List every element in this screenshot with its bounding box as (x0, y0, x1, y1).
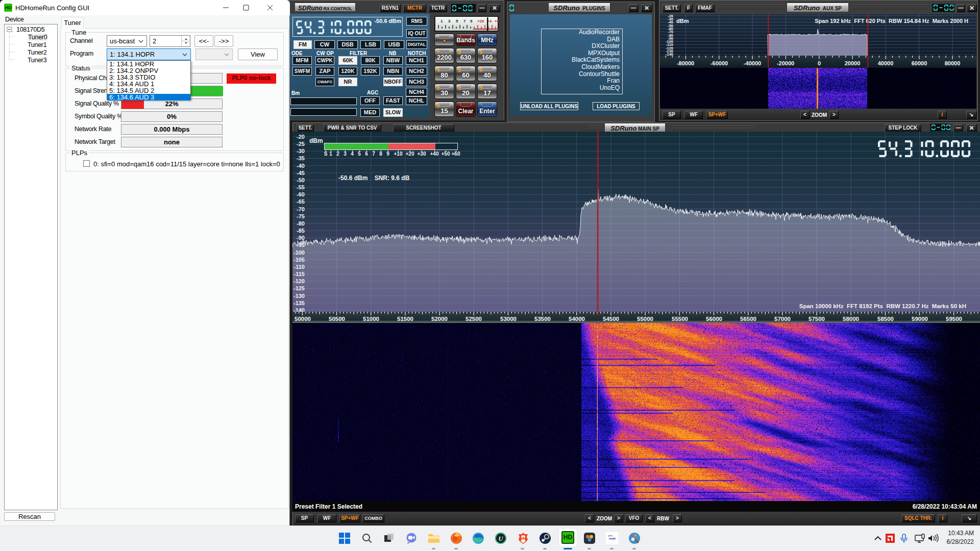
svg-text:3: 3 (448, 19, 451, 23)
svg-text:-80: -80 (297, 220, 305, 227)
svg-text:Span 10000 kHz FFT 8192 Pts: Span 10000 kHz FFT 8192 Pts RBW 1220.7 H… (799, 303, 966, 309)
svg-text:-115: -115 (294, 271, 305, 277)
svg-text:-60: -60 (297, 191, 305, 197)
svg-text:-135: -135 (293, 300, 305, 306)
svg-text:52500: 52500 (465, 316, 482, 322)
svg-text:50000: 50000 (295, 316, 311, 322)
svg-text:60000: 60000 (912, 60, 927, 66)
svg-text:-70: -70 (297, 206, 305, 212)
svg-text:-50.6 dBm SNR: 9.6 dB: -50.6 dBm SNR: 9.6 dB (338, 174, 410, 182)
svg-text:-120: -120 (293, 278, 305, 284)
svg-text:1: 1 (329, 151, 332, 157)
svg-text:3: 3 (344, 151, 347, 157)
svg-text:5: 5 (456, 19, 458, 23)
svg-text:58000: 58000 (843, 316, 859, 322)
svg-text:53000: 53000 (500, 316, 517, 322)
svg-text:5: 5 (358, 151, 361, 157)
svg-text:S: S (324, 151, 328, 157)
svg-text:-110: -110 (294, 264, 305, 270)
svg-text:+40: +40 (430, 151, 439, 157)
svg-text:-80000: -80000 (677, 60, 694, 66)
svg-text:-25: -25 (297, 141, 305, 147)
svg-text:54500: 54500 (603, 316, 619, 322)
svg-text:51500: 51500 (397, 316, 413, 322)
svg-text:Span 192 kHz FFT 620 Pts RBW: Span 192 kHz FFT 620 Pts RBW 154.84 Hz M… (815, 18, 968, 24)
svg-text:7: 7 (372, 151, 375, 157)
svg-text:-65: -65 (297, 198, 305, 205)
svg-text:-105: -105 (293, 257, 305, 263)
svg-text:4: 4 (351, 151, 354, 157)
svg-text:52000: 52000 (431, 316, 448, 322)
svg-text:-140: -140 (666, 52, 673, 56)
svg-text:-95: -95 (297, 242, 305, 248)
svg-text:+50: +50 (442, 151, 450, 157)
svg-text:-50: -50 (297, 177, 305, 183)
svg-text:55000: 55000 (637, 316, 653, 322)
svg-text:-100: -100 (293, 249, 305, 256)
svg-text:+20: +20 (406, 151, 414, 157)
svg-text:9: 9 (470, 19, 473, 23)
svg-text:59500: 59500 (946, 316, 962, 322)
svg-text:9: 9 (386, 151, 389, 157)
svg-text:53500: 53500 (534, 316, 551, 322)
svg-text:0: 0 (818, 60, 821, 66)
svg-text:-40000: -40000 (744, 60, 761, 66)
svg-text:-130: -130 (293, 293, 305, 299)
svg-text:51000: 51000 (363, 316, 379, 322)
svg-text:56500: 56500 (740, 316, 756, 322)
svg-text:80000: 80000 (945, 60, 961, 66)
svg-text:56000: 56000 (706, 316, 722, 322)
svg-text:6: 6 (365, 151, 368, 157)
svg-text:+30: +30 (418, 151, 426, 157)
svg-text:+10: +10 (394, 151, 403, 157)
svg-text:-75: -75 (297, 213, 305, 219)
svg-text:2: 2 (336, 151, 339, 157)
svg-text:54000: 54000 (569, 316, 585, 322)
svg-text:-60000: -60000 (710, 60, 728, 66)
svg-text:dBm: dBm (676, 18, 689, 24)
svg-text:1: 1 (440, 19, 443, 23)
svg-text:55500: 55500 (672, 316, 688, 322)
svg-text:20000: 20000 (845, 60, 861, 66)
svg-text:40000: 40000 (878, 60, 894, 66)
svg-text:-30: -30 (297, 148, 305, 154)
svg-text:+60: +60 (452, 151, 460, 157)
svg-text:58500: 58500 (877, 316, 894, 322)
svg-text:-20000: -20000 (777, 60, 794, 66)
svg-text:57000: 57000 (774, 316, 791, 322)
svg-text:-55: -55 (297, 184, 305, 190)
svg-text:+60: +60 (495, 19, 499, 23)
svg-text:57500: 57500 (808, 316, 825, 322)
svg-text:50500: 50500 (329, 316, 345, 322)
svg-text:-35: -35 (297, 155, 305, 161)
svg-text:-140: -140 (293, 307, 305, 312)
svg-text:8: 8 (379, 151, 382, 157)
svg-text:-90: -90 (297, 235, 305, 241)
svg-text:-20: -20 (297, 134, 305, 140)
svg-text:-125: -125 (293, 285, 305, 291)
svg-text:+20: +20 (477, 19, 484, 23)
svg-text:-85: -85 (297, 228, 305, 234)
svg-text:dBm: dBm (309, 137, 323, 144)
svg-text:-45: -45 (297, 170, 305, 176)
svg-text:U: U (498, 535, 503, 542)
svg-text:-40: -40 (297, 163, 305, 169)
svg-text:59000: 59000 (912, 316, 928, 322)
svg-text:7: 7 (463, 19, 466, 23)
